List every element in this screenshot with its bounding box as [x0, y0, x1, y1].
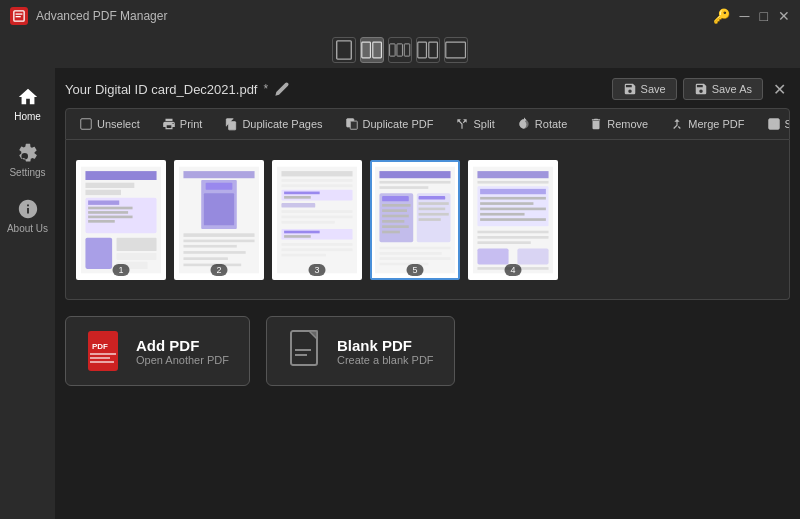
svg-rect-34: [206, 182, 233, 189]
close-file-button[interactable]: ✕: [769, 80, 790, 99]
svg-rect-22: [88, 200, 119, 204]
svg-rect-36: [183, 233, 254, 237]
svg-rect-8: [404, 44, 410, 56]
page-thumb-3[interactable]: 3: [272, 160, 362, 280]
tab-single[interactable]: [332, 37, 356, 63]
tab-wide[interactable]: [444, 37, 468, 63]
svg-rect-38: [183, 244, 236, 247]
svg-rect-92: [477, 236, 548, 239]
save-as-button[interactable]: Save As: [683, 78, 763, 100]
thumb-img-2: [174, 160, 264, 280]
split-button[interactable]: Split: [448, 114, 501, 134]
save-button[interactable]: Save: [612, 78, 677, 100]
content-area: Your Digital ID card_Dec2021.pdf * Save …: [55, 68, 800, 519]
svg-rect-40: [183, 257, 227, 260]
svg-rect-69: [382, 225, 409, 228]
thumb-img-5: [370, 160, 460, 280]
svg-rect-57: [281, 248, 352, 251]
app-icon: [10, 7, 28, 25]
toolbar: Unselect Print Duplicate Pages Duplicate…: [65, 108, 790, 140]
svg-rect-44: [281, 179, 352, 182]
svg-rect-53: [281, 228, 352, 239]
svg-rect-49: [281, 203, 315, 207]
select-all-button[interactable]: Select All: [760, 114, 791, 134]
tab-two-wide[interactable]: [416, 37, 440, 63]
svg-rect-68: [382, 220, 404, 223]
modified-indicator: *: [263, 82, 268, 96]
close-button[interactable]: ✕: [778, 8, 790, 24]
app-title: Advanced PDF Manager: [36, 9, 713, 23]
print-button[interactable]: Print: [155, 114, 210, 134]
svg-rect-72: [419, 196, 446, 200]
svg-rect-94: [477, 248, 508, 264]
page-thumb-5[interactable]: 5: [370, 160, 460, 280]
remove-button[interactable]: Remove: [582, 114, 655, 134]
svg-rect-4: [362, 42, 371, 58]
svg-rect-61: [379, 180, 450, 183]
sidebar-item-about[interactable]: About Us: [0, 188, 55, 244]
sidebar-label-settings: Settings: [9, 167, 45, 178]
svg-rect-56: [281, 243, 352, 246]
file-edit-icon: [274, 81, 290, 97]
rotate-button[interactable]: Rotate: [510, 114, 574, 134]
sidebar-item-settings[interactable]: Settings: [0, 132, 55, 188]
page-thumb-1[interactable]: 1: [76, 160, 166, 280]
svg-rect-35: [204, 193, 234, 225]
svg-rect-43: [281, 171, 352, 176]
svg-rect-83: [477, 180, 548, 183]
svg-rect-50: [281, 210, 352, 213]
svg-rect-103: [295, 349, 311, 351]
title-bar: Advanced PDF Manager 🔑 ─ □ ✕: [0, 0, 800, 32]
svg-rect-104: [295, 354, 307, 356]
svg-rect-5: [373, 42, 382, 58]
svg-rect-62: [379, 186, 428, 189]
svg-rect-85: [480, 188, 546, 193]
maximize-button[interactable]: □: [760, 8, 768, 24]
tab-two-col[interactable]: [360, 37, 384, 63]
blank-pdf-icon: [287, 329, 325, 373]
svg-rect-91: [477, 230, 548, 233]
merge-pdf-button[interactable]: Merge PDF: [663, 114, 751, 134]
svg-rect-76: [419, 218, 441, 221]
svg-rect-2: [16, 16, 21, 17]
duplicate-pdf-button[interactable]: Duplicate PDF: [338, 114, 441, 134]
minimize-button[interactable]: ─: [740, 8, 750, 24]
file-actions: Save Save As ✕: [612, 78, 790, 100]
svg-rect-70: [382, 230, 400, 233]
svg-rect-87: [480, 202, 533, 205]
svg-rect-26: [88, 220, 115, 223]
svg-rect-45: [281, 184, 352, 187]
svg-rect-101: [90, 361, 114, 363]
duplicate-pages-button[interactable]: Duplicate Pages: [217, 114, 329, 134]
sidebar: Home Settings About Us: [0, 68, 55, 519]
sidebar-item-home[interactable]: Home: [0, 76, 55, 132]
tab-three-col[interactable]: [388, 37, 412, 63]
svg-rect-3: [337, 41, 352, 59]
svg-rect-13: [229, 122, 236, 130]
svg-rect-64: [382, 196, 409, 201]
svg-rect-12: [81, 119, 92, 130]
unselect-button[interactable]: Unselect: [72, 114, 147, 134]
svg-rect-71: [417, 193, 451, 242]
svg-rect-9: [418, 42, 427, 58]
svg-rect-37: [183, 239, 254, 242]
svg-rect-20: [85, 189, 121, 194]
key-icon[interactable]: 🔑: [713, 8, 730, 24]
svg-rect-1: [16, 13, 23, 14]
svg-rect-55: [284, 235, 311, 238]
blank-pdf-button[interactable]: Blank PDF Create a blank PDF: [266, 316, 455, 386]
thumb-img-1: [76, 160, 166, 280]
page-thumb-2[interactable]: 2: [174, 160, 264, 280]
svg-rect-67: [382, 214, 409, 217]
add-section: PDF Add PDF Open Another PDF: [65, 316, 790, 386]
svg-rect-79: [379, 257, 450, 260]
svg-rect-99: [90, 353, 116, 355]
window-controls[interactable]: 🔑 ─ □ ✕: [713, 8, 790, 24]
page-thumb-4[interactable]: 4: [468, 160, 558, 280]
svg-rect-11: [446, 42, 466, 58]
add-pdf-button[interactable]: PDF Add PDF Open Another PDF: [65, 316, 250, 386]
svg-rect-48: [284, 196, 311, 199]
svg-rect-6: [390, 44, 396, 56]
view-tab-row: [0, 32, 800, 68]
thumb-img-3: [272, 160, 362, 280]
